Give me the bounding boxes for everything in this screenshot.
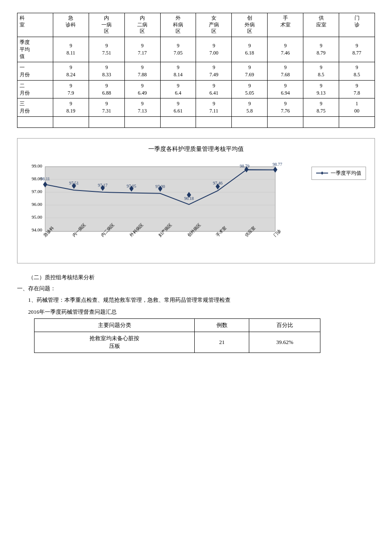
row-label-month2: 二月份	[17, 80, 53, 98]
header-ward1: 内一病区	[89, 13, 124, 37]
svg-text:97.00: 97.00	[32, 189, 42, 194]
cell-m1-emergency: 98.24	[53, 62, 89, 81]
svg-text:98.11: 98.11	[40, 176, 50, 181]
summary-percent-1: 39.62%	[249, 332, 320, 353]
svg-text:97.46: 97.46	[213, 181, 223, 185]
cell-q-ward2: 97.17	[124, 37, 160, 62]
chart-title: 一季度各科护理质量管理考核平均值	[26, 145, 366, 153]
cell-m2-outpatient: 97.8	[339, 80, 375, 98]
cell-q-outpatient: 98.77	[339, 37, 375, 62]
cell-m3-emergency: 98.19	[53, 98, 89, 117]
svg-marker-42	[321, 171, 323, 175]
summary-issue-1: 抢救室均未备心脏按压板	[35, 332, 195, 353]
row-label-month1: 一月份	[17, 62, 53, 81]
cell-m3-trauma: 95.8	[232, 98, 268, 117]
cell-m3-ward2: 97.13	[124, 98, 160, 117]
chart-svg-wrapper: 99.00 98.00 97.00 96.00 95.00 94.00	[26, 158, 306, 258]
legend-line-icon	[316, 171, 328, 176]
cell-m3-ob: 97.11	[196, 98, 232, 117]
cell-q-ward1: 97.51	[89, 37, 124, 62]
cell-m3-supply: 98.75	[303, 98, 339, 117]
summary-header-count: 例数	[195, 318, 249, 332]
table-row-month1: 一月份 98.24 98.33 97.88 98.14 97.49 97.69 …	[17, 62, 375, 81]
cell-m2-ward1: 96.88	[89, 80, 124, 98]
cell-m2-ward2: 96.49	[124, 80, 160, 98]
table-row-quarterly: 季度平均值 98.11 97.51 97.17 97.05 97.00 96.1…	[17, 37, 375, 62]
cell-q-emergency: 98.11	[53, 37, 89, 62]
cell-m2-surgery: 96.4	[160, 80, 196, 98]
summary-count-1: 21	[195, 332, 249, 353]
cell-m2-supply: 99.13	[303, 80, 339, 98]
header-supply: 供应室	[303, 13, 339, 37]
svg-text:97.51: 97.51	[69, 181, 79, 185]
summary-row-1: 抢救室均未备心脏按压板 21 39.62%	[35, 332, 320, 353]
table-row-empty	[17, 116, 375, 127]
svg-text:98.79: 98.79	[240, 164, 250, 168]
cell-m1-trauma: 97.69	[232, 62, 268, 81]
svg-text:98.77: 98.77	[273, 162, 282, 167]
cell-q-ob: 97.00	[196, 37, 232, 62]
cell-m2-trauma: 95.05	[232, 80, 268, 98]
cell-m3-or: 97.76	[268, 98, 303, 117]
cell-m3-surgery: 96.61	[160, 98, 196, 117]
header-subject: 科室	[17, 13, 53, 37]
svg-text:95.00: 95.00	[32, 214, 42, 220]
cell-m2-or: 96.94	[268, 80, 303, 98]
issue1-heading: 1、药械管理：本季重点检查、规范抢救车管理，急救、常用药品管理常规管理检查	[17, 296, 375, 305]
cell-m3-outpatient: 100	[339, 98, 375, 117]
cell-m1-surgery: 98.14	[160, 62, 196, 81]
cell-m1-ob: 97.49	[196, 62, 232, 81]
chart-legend: 一季度平均值	[311, 167, 366, 180]
section2-title: （二）质控组考核结果分析	[17, 274, 375, 281]
header-emergency: 急诊科	[53, 13, 89, 37]
svg-text:97.00: 97.00	[156, 184, 165, 189]
table-row-month3: 三月份 98.19 97.31 97.13 96.61 97.11 95.8 9…	[17, 98, 375, 117]
header-ward2: 内二病区	[124, 13, 160, 37]
cell-q-or: 97.46	[268, 37, 303, 62]
summary-header-percent: 百分比	[249, 318, 320, 332]
main-data-table: 科室 急诊科 内一病区 内二病区 外科病区 女产病区 创外病区 手术室 供应室 …	[17, 13, 375, 128]
cell-q-supply: 98.79	[303, 37, 339, 62]
header-outpatient: 门诊	[339, 13, 375, 37]
svg-text:99.00: 99.00	[32, 163, 42, 168]
chart-area: 99.00 98.00 97.00 96.00 95.00 94.00	[26, 158, 366, 258]
cell-m1-supply: 98.5	[303, 62, 339, 81]
legend-line-svg	[316, 171, 328, 176]
svg-text:97.05: 97.05	[127, 184, 136, 188]
summary-table: 主要问题分类 例数 百分比 抢救室均未备心脏按压板 21 39.62%	[34, 318, 320, 353]
summary-label: 2016年一季度药械管理督查问题汇总	[17, 308, 375, 316]
svg-rect-6	[45, 167, 275, 231]
cell-q-trauma: 96.18	[232, 37, 268, 62]
header-trauma-ward: 创外病区	[232, 13, 268, 37]
header-ob-ward: 女产病区	[196, 13, 232, 37]
chart-container: 一季度各科护理质量管理考核平均值 99.00 98.00 97.00 96.00…	[17, 138, 375, 263]
row-label-quarterly: 季度平均值	[17, 37, 53, 62]
summary-header-issue: 主要问题分类	[35, 318, 195, 332]
row-label-month3: 三月份	[17, 98, 53, 117]
svg-text:97.17: 97.17	[98, 183, 108, 188]
svg-text:96.18: 96.18	[184, 196, 194, 201]
header-or: 手术室	[268, 13, 303, 37]
cell-m3-ward1: 97.31	[89, 98, 124, 117]
svg-text:96.00: 96.00	[32, 202, 42, 207]
cell-q-surgery: 97.05	[160, 37, 196, 62]
cell-m2-ob: 96.41	[196, 80, 232, 98]
table-row-month2: 二月份 97.9 96.88 96.49 96.4 96.41 95.05 96…	[17, 80, 375, 98]
svg-text:94.00: 94.00	[32, 227, 42, 232]
cell-m1-ward1: 98.33	[89, 62, 124, 81]
cell-m1-or: 97.68	[268, 62, 303, 81]
issue-heading: 一、存在问题：	[17, 285, 375, 292]
cell-m2-emergency: 97.9	[53, 80, 89, 98]
cell-m1-ward2: 97.88	[124, 62, 160, 81]
chart-svg: 99.00 98.00 97.00 96.00 95.00 94.00	[26, 158, 290, 256]
cell-m1-outpatient: 98.5	[339, 62, 375, 81]
header-surgery-ward: 外科病区	[160, 13, 196, 37]
legend-label: 一季度平均值	[331, 170, 361, 177]
